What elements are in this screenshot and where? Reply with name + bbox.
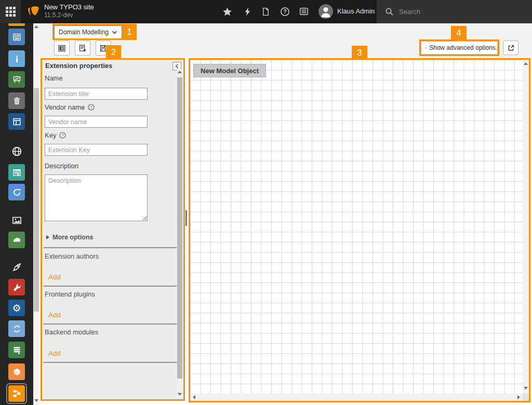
view-list-icon (58, 44, 66, 52)
sidebar-item-db-check[interactable] (8, 342, 25, 358)
scroll-down-icon[interactable] (524, 387, 528, 389)
sidebar-item-redirects[interactable] (8, 184, 25, 200)
show-advanced-options-label: Show advanced options. (429, 44, 497, 51)
help-circle-icon[interactable]: ? (88, 104, 95, 111)
scroll-right-icon[interactable] (517, 395, 520, 399)
sidebar-item-forms[interactable] (8, 164, 25, 181)
annotation-marker-4: 4 (451, 26, 467, 40)
modelling-canvas[interactable] (190, 60, 523, 394)
sidebar-item-settings[interactable]: ⚙ (8, 300, 25, 316)
description-label: Description (45, 162, 78, 170)
cube-icon (12, 367, 22, 377)
sidebar-item-info[interactable] (8, 50, 25, 67)
layout-icon (12, 117, 22, 127)
panel-title: Extension properties (45, 62, 112, 70)
view-list-button[interactable] (54, 40, 70, 56)
sidebar-item-upgrade[interactable] (8, 259, 25, 275)
name-label: Name (45, 74, 63, 82)
sidebar-item-reports[interactable] (8, 71, 25, 88)
add-author-link[interactable]: Add (48, 273, 61, 281)
extension-title-input[interactable] (45, 88, 148, 100)
module-select[interactable]: Domain Modelling (54, 25, 122, 39)
extension-properties-panel: Extension properties Name Vendor name ? … (42, 60, 183, 399)
options-icon (425, 44, 427, 52)
module-menu: ⚙ (0, 23, 33, 405)
description-textarea[interactable] (45, 174, 148, 221)
cloud-list-icon (12, 235, 22, 245)
sidebar-item-extensions[interactable] (8, 363, 25, 380)
scroll-down-icon[interactable] (178, 393, 182, 396)
trash-icon (12, 96, 22, 106)
sidebar-item-viewpage[interactable] (8, 143, 25, 159)
scroll-up-icon[interactable] (178, 71, 182, 73)
avatar-icon (318, 4, 333, 19)
scroll-up-icon[interactable] (34, 25, 38, 28)
vendor-name-label: Vendor name ? (45, 103, 95, 111)
panel-scrollbar[interactable] (177, 69, 183, 397)
scroll-left-icon[interactable] (193, 395, 195, 399)
search-icon (385, 7, 394, 16)
panel-resize-handle[interactable] (185, 210, 187, 226)
frontend-plugins-label: Frontend plugins (45, 290, 95, 298)
scroll-up-icon[interactable] (524, 62, 528, 65)
help-icon: ? (280, 7, 290, 17)
new-document-button[interactable] (260, 6, 271, 17)
svg-text:?: ? (90, 105, 93, 110)
sidebar-item-extension-builder[interactable] (6, 383, 27, 404)
canvas-vertical-scrollbar[interactable] (523, 60, 529, 394)
clear-cache-button[interactable] (242, 6, 252, 17)
sidebar-item-page[interactable] (8, 29, 25, 45)
browser-form-icon (12, 168, 22, 178)
content-scrollbar[interactable] (33, 23, 39, 405)
show-advanced-options-button[interactable]: Show advanced options. (421, 41, 498, 55)
help-button[interactable]: ? (280, 6, 290, 17)
add-plugin-link[interactable]: Add (48, 311, 61, 319)
more-options-toggle[interactable]: More options (46, 234, 93, 241)
wrench-icon (12, 282, 22, 292)
divider (44, 286, 177, 287)
key-label-text: Key (45, 131, 56, 139)
apps-menu-button[interactable] (0, 0, 21, 23)
add-module-link[interactable]: Add (48, 349, 61, 357)
new-model-object[interactable]: New Model Object (193, 64, 266, 77)
user-menu-button[interactable] (318, 4, 333, 19)
topbar-search (377, 0, 532, 23)
scrollbar-thumb[interactable] (34, 88, 39, 312)
module-select-value: Domain Modelling (59, 29, 109, 36)
username-label: Klaus Admin (337, 7, 375, 15)
annotation-marker-3: 3 (352, 46, 367, 60)
bolt-icon (243, 7, 252, 16)
sidebar-item-template[interactable] (8, 113, 25, 130)
sidebar-item-filelist[interactable] (8, 212, 25, 228)
scrollbar-thumb[interactable] (177, 77, 182, 379)
server-icon (12, 345, 22, 355)
typo3-logo[interactable] (26, 4, 41, 20)
more-options-label: More options (52, 234, 93, 241)
chevron-left-icon (175, 64, 179, 69)
search-input[interactable] (399, 8, 513, 16)
new-record-button[interactable] (75, 40, 90, 56)
vendor-name-input[interactable] (45, 116, 148, 128)
help-circle-icon[interactable]: ? (59, 132, 66, 139)
new-record-icon (78, 44, 87, 52)
site-title-block: New TYPO3 site 11.5.2-dev (44, 3, 94, 19)
sidebar-item-cloud-services[interactable] (8, 232, 25, 248)
sync-icon (12, 324, 22, 334)
bookmarks-button[interactable] (222, 6, 232, 17)
sidebar-item-recycler[interactable] (8, 92, 25, 109)
extension-key-input[interactable] (45, 144, 148, 156)
sidebar-item-scheduler[interactable] (8, 320, 25, 337)
divider (44, 362, 177, 363)
scroll-down-icon[interactable] (34, 399, 38, 402)
image-icon (11, 215, 22, 226)
list-icon (299, 7, 309, 16)
system-information-button[interactable] (299, 6, 309, 17)
star-icon (222, 7, 232, 17)
sidebar-item-install-tool[interactable] (8, 279, 25, 295)
vendor-name-label-text: Vendor name (45, 103, 85, 111)
extension-authors-label: Extension authors (45, 252, 99, 260)
canvas-horizontal-scrollbar[interactable] (190, 394, 523, 401)
newspaper-icon (12, 32, 22, 42)
info-icon (12, 54, 22, 64)
open-in-new-window-button[interactable] (503, 40, 518, 55)
